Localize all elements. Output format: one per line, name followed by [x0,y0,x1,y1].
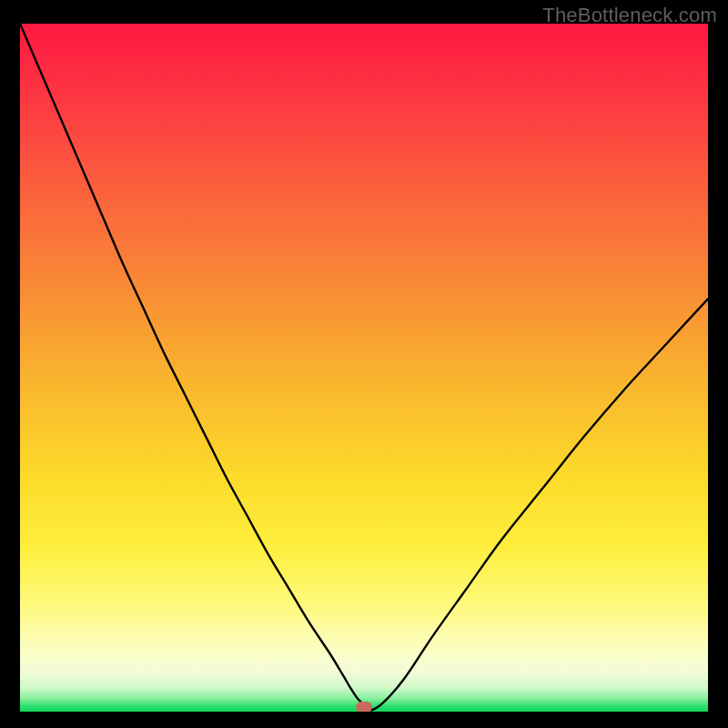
plot-area [20,24,708,712]
bottleneck-curve [20,24,708,712]
watermark-text: TheBottleneck.com [542,4,717,27]
optimal-point-marker [356,702,372,712]
chart-frame: TheBottleneck.com [0,0,728,728]
curve-path [20,24,708,711]
